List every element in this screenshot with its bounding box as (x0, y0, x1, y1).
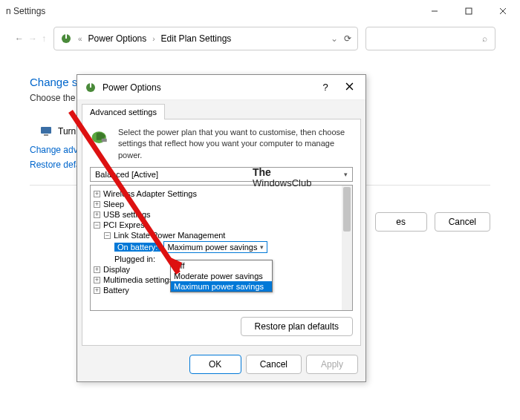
nav-up-icon[interactable]: ↑ (42, 33, 46, 44)
tree-link-state[interactable]: Link State Power Management (114, 231, 225, 240)
minimize-button[interactable] (417, 0, 452, 22)
breadcrumb-edit-plan[interactable]: Edit Plan Settings (161, 33, 232, 44)
search-icon: ⌕ (482, 33, 487, 44)
dropdown-option-off[interactable]: Off (171, 260, 272, 271)
chevron-down-icon: ▾ (344, 171, 348, 178)
dialog-title: Power Options (103, 82, 311, 93)
tree-multimedia[interactable]: Multimedia settings (103, 275, 173, 284)
apply-button: Apply (306, 355, 358, 374)
svg-rect-7 (44, 134, 48, 136)
tree-usb[interactable]: USB settings (103, 210, 151, 219)
search-box[interactable]: ⌕ (365, 27, 495, 50)
tree-on-battery-label[interactable]: On battery: (114, 243, 160, 252)
on-battery-combo[interactable]: Maximum power savings ▾ (163, 241, 267, 253)
plan-selected-label: Balanced [Active] (95, 170, 158, 179)
breadcrumb-power-options[interactable]: Power Options (88, 33, 147, 44)
chevron-right-icon: › (152, 35, 155, 43)
expander-icon[interactable]: + (94, 277, 100, 283)
svg-rect-1 (466, 8, 472, 14)
power-icon (60, 33, 72, 45)
expander-icon[interactable]: + (94, 191, 100, 197)
expander-icon[interactable]: + (94, 201, 100, 208)
svg-rect-6 (41, 127, 51, 134)
tree-plugged-in-label[interactable]: Plugged in: (114, 255, 155, 263)
restore-plan-defaults-button[interactable]: Restore plan defaults (241, 317, 353, 336)
dialog-cancel-button[interactable]: Cancel (246, 355, 302, 374)
cancel-button[interactable]: Cancel (435, 212, 490, 232)
svg-rect-13 (102, 139, 107, 142)
tree-battery[interactable]: Battery (103, 286, 129, 295)
chevron-down-icon: ▾ (260, 243, 264, 251)
nav-back-icon[interactable]: ← (15, 33, 24, 44)
ok-button[interactable]: OK (189, 355, 241, 374)
chevron-down-icon[interactable]: ⌄ (331, 33, 338, 44)
expander-icon[interactable]: + (94, 287, 100, 294)
power-options-dialog: Power Options ? Advanced settings Select… (77, 74, 366, 382)
refresh-icon[interactable]: ⟳ (344, 33, 351, 44)
leaf-battery-icon (90, 127, 111, 148)
expander-icon[interactable]: + (94, 211, 100, 218)
on-battery-dropdown[interactable]: Off Moderate power savings Maximum power… (170, 260, 273, 292)
expander-icon[interactable]: − (104, 232, 111, 239)
close-button[interactable] (486, 0, 520, 22)
address-bar[interactable]: « Power Options › Edit Plan Settings ⌄ ⟳ (53, 27, 358, 50)
tree-sleep[interactable]: Sleep (103, 200, 124, 209)
on-battery-value: Maximum power savings (167, 243, 257, 252)
power-icon (85, 82, 97, 93)
settings-tree[interactable]: +Wireless Adapter Settings +Sleep +USB s… (90, 185, 353, 311)
tree-pci-express[interactable]: PCI Express (103, 220, 149, 229)
maximize-button[interactable] (452, 0, 486, 22)
dialog-intro-text: Select the power plan that you want to c… (118, 127, 353, 161)
tree-display[interactable]: Display (103, 265, 130, 274)
dropdown-option-maximum[interactable]: Maximum power savings (171, 281, 272, 292)
tree-wireless[interactable]: Wireless Adapter Settings (103, 189, 197, 198)
scrollbar-thumb[interactable] (343, 187, 351, 232)
svg-rect-5 (65, 34, 67, 39)
expander-icon[interactable]: − (94, 222, 100, 229)
breadcrumb-overflow[interactable]: « (78, 35, 82, 43)
plan-selector[interactable]: Balanced [Active] ▾ (90, 167, 353, 182)
monitor-icon (40, 125, 52, 137)
dialog-close-button[interactable] (340, 82, 358, 93)
dropdown-option-moderate[interactable]: Moderate power savings (171, 271, 272, 281)
expander-icon[interactable]: + (94, 266, 100, 273)
help-button[interactable]: ? (316, 82, 334, 93)
parent-window-title: n Settings (6, 6, 45, 16)
save-changes-button[interactable]: es (375, 212, 427, 232)
nav-forward-icon: → (28, 33, 37, 44)
parent-titlebar: n Settings (0, 0, 520, 22)
tab-advanced-settings[interactable]: Advanced settings (82, 104, 165, 119)
svg-rect-9 (90, 83, 91, 88)
tree-scrollbar[interactable] (342, 186, 352, 310)
